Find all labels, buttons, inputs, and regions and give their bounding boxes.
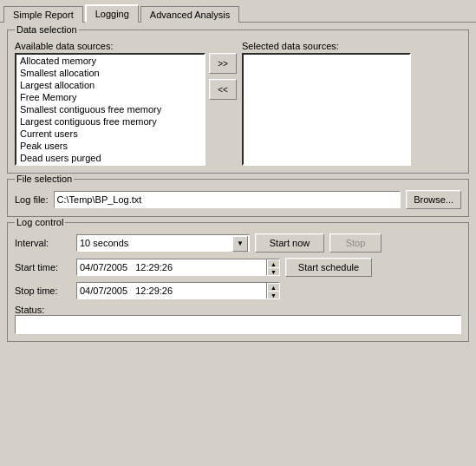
log-file-label: Log file:: [15, 194, 49, 205]
remove-all-button[interactable]: <<: [209, 79, 237, 100]
available-sources-listbox[interactable]: Allocated memorySmallest allocationLarge…: [15, 53, 205, 166]
data-selection-group: Data selection Available data sources: A…: [7, 30, 469, 174]
interval-row: Interval: 1 second5 seconds10 seconds30 …: [15, 233, 461, 253]
status-label: Status:: [15, 305, 44, 315]
list-item[interactable]: Allocated memory: [16, 55, 204, 67]
list-item[interactable]: Current users: [16, 128, 204, 140]
main-content: Data selection Available data sources: A…: [0, 23, 476, 349]
selected-sources-listbox[interactable]: [242, 53, 411, 166]
start-datetime-wrapper: ▲ ▼: [76, 259, 280, 276]
list-item[interactable]: Smallest allocation: [16, 67, 204, 79]
status-row: Status:: [15, 305, 461, 334]
stop-time-down[interactable]: ▼: [267, 291, 279, 299]
list-item[interactable]: Dormant objects: [16, 164, 204, 166]
list-item[interactable]: Largest allocation: [16, 79, 204, 91]
file-selection-label: File selection: [15, 174, 74, 184]
interval-combo-wrapper: 1 second5 seconds10 seconds30 seconds1 m…: [76, 234, 250, 252]
stop-time-up[interactable]: ▲: [267, 283, 279, 291]
add-all-button[interactable]: >>: [209, 53, 237, 74]
tab-bar: Simple Report Logging Advanced Analysis: [0, 0, 476, 23]
start-schedule-button[interactable]: Start schedule: [285, 258, 372, 277]
status-box: [15, 315, 461, 334]
list-item[interactable]: Smallest contiguous free memory: [16, 103, 204, 115]
interval-select[interactable]: 1 second5 seconds10 seconds30 seconds1 m…: [76, 234, 250, 252]
stop-time-input[interactable]: [205, 283, 266, 299]
file-selection-group: File selection Log file: Browse...: [7, 179, 469, 217]
stop-date-input[interactable]: [77, 283, 199, 299]
start-time-row: Start time: ▲ ▼ Start schedule: [15, 258, 461, 277]
start-time-up[interactable]: ▲: [267, 259, 279, 267]
stop-time-row: Stop time: ▲ ▼: [15, 282, 461, 299]
selected-sources-label: Selected data sources:: [242, 41, 411, 51]
tab-simple-report[interactable]: Simple Report: [3, 6, 83, 23]
stop-time-label: Stop time:: [15, 286, 71, 296]
stop-button[interactable]: Stop: [329, 233, 381, 253]
tab-logging[interactable]: Logging: [85, 4, 139, 23]
stop-datetime-wrapper: ▲ ▼: [76, 282, 280, 299]
list-item[interactable]: Peak users: [16, 140, 204, 152]
stop-time-spinner: ▲ ▼: [266, 283, 279, 299]
browse-button[interactable]: Browse...: [406, 190, 461, 209]
start-date-input[interactable]: [77, 259, 199, 275]
log-file-input[interactable]: [54, 191, 401, 208]
list-item[interactable]: Largest contiguous free memory: [16, 115, 204, 128]
start-time-label: Start time:: [15, 262, 71, 272]
list-item[interactable]: Dead users purged: [16, 152, 204, 164]
start-time-spinner: ▲ ▼: [266, 259, 279, 275]
data-selection-label: Data selection: [15, 24, 79, 35]
start-time-down[interactable]: ▼: [267, 267, 279, 275]
start-time-input[interactable]: [205, 259, 266, 275]
log-control-label: Log control: [15, 217, 65, 227]
start-now-button[interactable]: Start now: [255, 233, 324, 253]
interval-label: Interval:: [15, 238, 71, 248]
file-row: Log file: Browse...: [15, 190, 461, 209]
log-control-group: Log control Interval: 1 second5 seconds1…: [7, 222, 469, 342]
available-sources-label: Available data sources:: [15, 41, 237, 51]
list-item[interactable]: Free Memory: [16, 91, 204, 103]
transfer-buttons: >> <<: [209, 53, 237, 166]
tab-advanced-analysis[interactable]: Advanced Analysis: [140, 6, 239, 23]
